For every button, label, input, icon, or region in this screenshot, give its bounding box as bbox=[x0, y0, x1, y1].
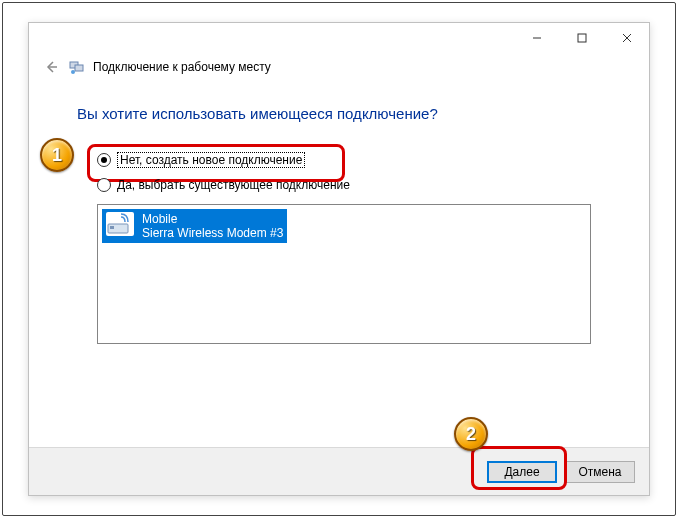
annotation-badge-1: 1 bbox=[40, 138, 74, 172]
maximize-button[interactable] bbox=[559, 23, 604, 53]
connection-detail: Sierra Wireless Modem #3 bbox=[142, 226, 283, 240]
close-button[interactable] bbox=[604, 23, 649, 53]
question-heading: Вы хотите использовать имеющееся подключ… bbox=[77, 105, 609, 122]
connection-list[interactable]: Mobile Sierra Wireless Modem #3 bbox=[97, 204, 591, 344]
radio-group: Нет, создать новое подключение Да, выбра… bbox=[97, 152, 609, 192]
modem-icon bbox=[106, 212, 134, 236]
connection-text: Mobile Sierra Wireless Modem #3 bbox=[142, 212, 283, 240]
cancel-button[interactable]: Отмена bbox=[565, 461, 635, 483]
cancel-button-label: Отмена bbox=[578, 465, 621, 479]
titlebar bbox=[29, 23, 649, 53]
radio-selected-icon bbox=[97, 153, 111, 167]
option-new-connection[interactable]: Нет, создать новое подключение bbox=[97, 152, 609, 168]
svg-rect-1 bbox=[578, 34, 586, 42]
annotation-badge-2-text: 2 bbox=[466, 424, 476, 445]
option-existing-connection[interactable]: Да, выбрать существующее подключение bbox=[97, 178, 609, 192]
wizard-window: Подключение к рабочему месту Вы хотите и… bbox=[28, 22, 650, 496]
svg-point-7 bbox=[71, 70, 75, 74]
connection-item[interactable]: Mobile Sierra Wireless Modem #3 bbox=[102, 209, 287, 243]
option-existing-label: Да, выбрать существующее подключение bbox=[117, 178, 350, 192]
svg-rect-9 bbox=[110, 226, 114, 229]
annotation-badge-1-text: 1 bbox=[52, 145, 62, 166]
svg-rect-6 bbox=[75, 65, 83, 71]
network-icon bbox=[69, 59, 85, 75]
content-area: Вы хотите использовать имеющееся подключ… bbox=[29, 85, 649, 344]
connection-name: Mobile bbox=[142, 212, 283, 226]
radio-unselected-icon bbox=[97, 178, 111, 192]
option-new-label: Нет, создать новое подключение bbox=[117, 152, 305, 168]
footer: Далее Отмена bbox=[29, 447, 649, 495]
annotation-badge-2: 2 bbox=[454, 417, 488, 451]
next-button[interactable]: Далее bbox=[487, 461, 557, 483]
back-button[interactable] bbox=[41, 57, 61, 77]
next-button-label: Далее bbox=[504, 465, 539, 479]
minimize-button[interactable] bbox=[514, 23, 559, 53]
header: Подключение к рабочему месту bbox=[29, 53, 649, 85]
window-title: Подключение к рабочему месту bbox=[93, 60, 271, 74]
